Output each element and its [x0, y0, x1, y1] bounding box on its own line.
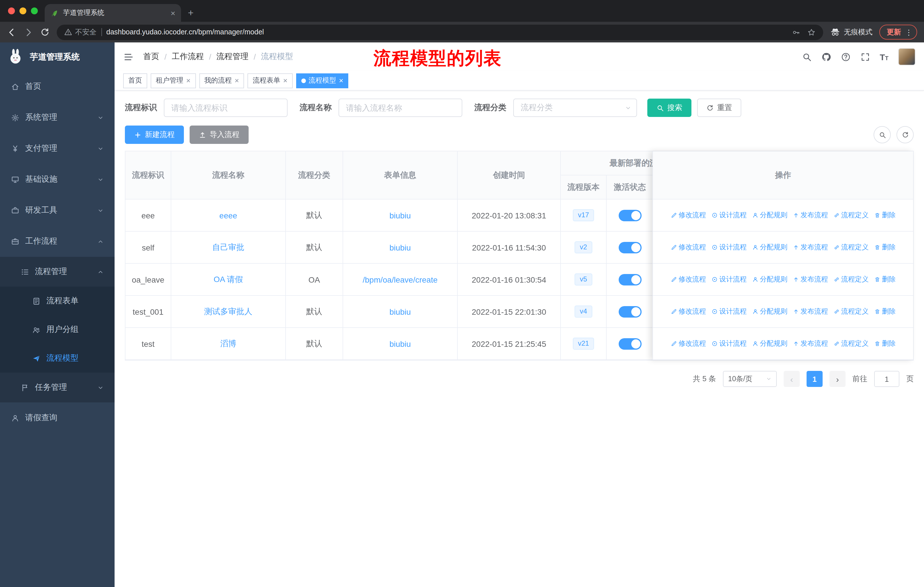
breadcrumb-item[interactable]: 流程管理 — [216, 51, 249, 62]
category-select[interactable]: 流程分类 — [513, 99, 637, 117]
version-badge[interactable]: v21 — [573, 337, 594, 350]
modify-process-link[interactable]: 修改流程 — [670, 210, 706, 220]
forward-icon[interactable] — [23, 27, 33, 37]
active-toggle[interactable] — [619, 241, 641, 253]
help-icon[interactable] — [841, 52, 850, 62]
current-page-button[interactable]: 1 — [807, 371, 823, 387]
back-icon[interactable] — [7, 27, 16, 37]
delete-link[interactable]: 删除 — [874, 243, 896, 252]
new-tab-button[interactable]: + — [188, 8, 194, 18]
form-info-link[interactable]: biubiu — [389, 243, 411, 252]
close-icon[interactable]: × — [339, 77, 343, 84]
tag-tenant[interactable]: 租户管理 × — [151, 73, 196, 88]
active-toggle[interactable] — [619, 274, 641, 285]
process-definition-link[interactable]: 流程定义 — [833, 210, 869, 220]
design-process-link[interactable]: 设计流程 — [711, 339, 747, 349]
reset-button[interactable]: 重置 — [697, 99, 741, 117]
sidebar-item-user-group[interactable]: 用户分组 — [0, 315, 115, 344]
assign-rule-link[interactable]: 分配规则 — [752, 274, 787, 284]
prev-page-button[interactable]: ‹ — [784, 371, 800, 387]
process-definition-link[interactable]: 流程定义 — [833, 339, 869, 349]
process-name-link[interactable]: 自己审批 — [212, 242, 244, 253]
security-chip[interactable]: 不安全 — [64, 27, 97, 37]
sidebar-item-system[interactable]: 系统管理 — [0, 102, 115, 133]
version-badge[interactable]: v17 — [573, 209, 594, 221]
page-size-select[interactable]: 10条/页 — [723, 371, 777, 387]
goto-page-input[interactable] — [874, 371, 899, 387]
refresh-table-button[interactable] — [896, 126, 914, 143]
bookmark-star-icon[interactable] — [807, 28, 816, 36]
sidebar-item-process-form[interactable]: 流程表单 — [0, 287, 115, 315]
tag-home[interactable]: 首页 — [123, 73, 147, 88]
modify-process-link[interactable]: 修改流程 — [670, 307, 706, 316]
delete-link[interactable]: 删除 — [874, 274, 896, 284]
process-id-input[interactable] — [164, 99, 287, 117]
search-button[interactable]: 搜索 — [647, 99, 691, 117]
browser-tab[interactable]: 芋道管理系统 × — [45, 4, 181, 22]
font-size-icon[interactable]: TT — [879, 52, 888, 62]
minimize-window-button[interactable] — [20, 7, 26, 14]
assign-rule-link[interactable]: 分配规则 — [752, 307, 787, 316]
active-toggle[interactable] — [619, 210, 641, 221]
create-process-button[interactable]: 新建流程 — [125, 126, 184, 144]
hamburger-icon[interactable] — [123, 51, 134, 62]
close-icon[interactable]: × — [234, 77, 239, 84]
process-name-link[interactable]: 测试多审批人 — [204, 306, 252, 317]
design-process-link[interactable]: 设计流程 — [711, 274, 747, 284]
breadcrumb-item[interactable]: 首页 — [143, 51, 159, 62]
modify-process-link[interactable]: 修改流程 — [670, 243, 706, 252]
active-toggle[interactable] — [619, 306, 641, 317]
process-name-link[interactable]: 滔博 — [220, 339, 236, 349]
publish-process-link[interactable]: 发布流程 — [792, 307, 828, 316]
browser-update-button[interactable]: 更新 ⋮ — [879, 25, 917, 40]
address-bar[interactable]: 不安全 dashboard.yudao.iocoder.cn/bpm/manag… — [57, 24, 823, 40]
fullscreen-icon[interactable] — [860, 52, 870, 62]
user-avatar[interactable] — [898, 48, 916, 65]
process-name-link[interactable]: OA 请假 — [214, 274, 243, 284]
sidebar-item-payment[interactable]: 支付管理 — [0, 133, 115, 164]
modify-process-link[interactable]: 修改流程 — [670, 274, 706, 284]
sidebar-item-task-mgmt[interactable]: 任务管理 — [0, 373, 115, 402]
assign-rule-link[interactable]: 分配规则 — [752, 210, 787, 220]
import-process-button[interactable]: 导入流程 — [190, 126, 249, 144]
github-icon[interactable] — [821, 52, 831, 62]
tag-process-form[interactable]: 流程表单 × — [248, 73, 292, 88]
design-process-link[interactable]: 设计流程 — [711, 210, 747, 220]
publish-process-link[interactable]: 发布流程 — [792, 210, 828, 220]
form-info-link[interactable]: /bpm/oa/leave/create — [363, 275, 438, 284]
design-process-link[interactable]: 设计流程 — [711, 243, 747, 252]
form-info-link[interactable]: biubiu — [389, 211, 411, 220]
sidebar-item-workflow[interactable]: 工作流程 — [0, 226, 115, 257]
process-name-input[interactable] — [338, 99, 462, 117]
sidebar-item-devtools[interactable]: 研发工具 — [0, 195, 115, 226]
form-info-link[interactable]: biubiu — [389, 307, 411, 316]
delete-link[interactable]: 删除 — [874, 307, 896, 316]
browser-menu-icon[interactable]: ⋮ — [905, 28, 912, 36]
version-badge[interactable]: v2 — [574, 241, 592, 253]
sidebar-item-leave-query[interactable]: 请假查询 — [0, 402, 115, 433]
next-page-button[interactable]: › — [830, 371, 845, 387]
process-definition-link[interactable]: 流程定义 — [833, 243, 869, 252]
sidebar-item-home[interactable]: 首页 — [0, 71, 115, 102]
design-process-link[interactable]: 设计流程 — [711, 307, 747, 316]
publish-process-link[interactable]: 发布流程 — [792, 243, 828, 252]
sidebar-item-infra[interactable]: 基础设施 — [0, 164, 115, 195]
form-info-link[interactable]: biubiu — [389, 339, 411, 348]
toggle-search-button[interactable] — [874, 126, 891, 143]
key-icon[interactable] — [792, 28, 800, 36]
zoom-window-button[interactable] — [31, 7, 38, 14]
assign-rule-link[interactable]: 分配规则 — [752, 243, 787, 252]
reload-icon[interactable] — [40, 27, 50, 37]
modify-process-link[interactable]: 修改流程 — [670, 339, 706, 349]
close-icon[interactable]: × — [186, 77, 190, 84]
sidebar-item-process-model[interactable]: 流程模型 — [0, 344, 115, 373]
breadcrumb-item[interactable]: 工作流程 — [172, 51, 204, 62]
tab-close-icon[interactable]: × — [171, 9, 175, 17]
version-badge[interactable]: v4 — [574, 305, 592, 317]
process-definition-link[interactable]: 流程定义 — [833, 307, 869, 316]
sidebar-item-process-mgmt[interactable]: 流程管理 — [0, 257, 115, 287]
assign-rule-link[interactable]: 分配规则 — [752, 339, 787, 349]
search-icon[interactable] — [802, 52, 812, 62]
tag-process-model[interactable]: 流程模型 × — [296, 73, 348, 88]
publish-process-link[interactable]: 发布流程 — [792, 274, 828, 284]
